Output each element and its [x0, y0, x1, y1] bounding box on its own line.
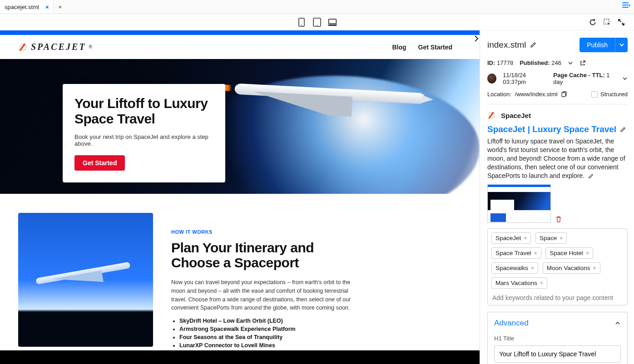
hero-section: Your Liftoff to Luxury Space Travel Book…	[0, 59, 480, 194]
divider	[487, 104, 628, 104]
selection-icon[interactable]	[603, 18, 611, 26]
tag: Space Travel×	[491, 247, 541, 259]
section-body: Now you can travel beyond your expectati…	[171, 278, 362, 312]
close-icon[interactable]: ×	[45, 4, 49, 10]
tag: Space Hotel×	[545, 247, 593, 259]
remove-tag-icon[interactable]: ×	[524, 235, 527, 241]
nav-blog[interactable]: Blog	[392, 44, 406, 51]
h1-input[interactable]	[494, 345, 621, 363]
tab-bar: spacejet.stml × ×	[0, 0, 634, 14]
cache-label: Page Cache - TTL:	[553, 72, 604, 79]
section-heading: Plan Your Itinerary and Choose a Spacepo…	[171, 240, 362, 270]
tag: Spacewalks×	[491, 262, 538, 274]
hero-card: Your Liftoff to Luxury Space Travel Book…	[63, 84, 225, 182]
timestamp: 11/18/24 03:37pm	[503, 72, 547, 85]
published-label: Published:	[520, 59, 550, 66]
svg-rect-8	[562, 93, 565, 97]
list-item: SkyDrift Hotel – Low Earth Orbit (LEO)	[179, 318, 362, 324]
logo-icon	[18, 42, 28, 52]
publish-button[interactable]: Publish	[580, 38, 628, 52]
brand-strip	[0, 30, 480, 35]
hero-cta-button[interactable]: Get Started	[74, 155, 125, 171]
chevron-down-icon[interactable]	[615, 38, 628, 52]
h1-label: H1 Title	[494, 335, 621, 342]
seo-description: Liftoff to luxury space travel on SpaceJ…	[487, 138, 625, 179]
site-logo[interactable]: SPACEJET®	[18, 42, 92, 52]
brand-icon	[487, 111, 496, 120]
brand-name: SpaceJet	[501, 112, 531, 119]
remove-tag-icon[interactable]: ×	[531, 265, 534, 271]
seo-title: SpaceJet | Luxury Space Travel	[487, 124, 616, 134]
section-eyebrow: HOW IT WORKS	[171, 229, 362, 235]
tab-label: spacejet.stml	[5, 4, 39, 10]
menu-icon[interactable]	[622, 2, 630, 8]
refresh-icon[interactable]	[589, 18, 597, 26]
hero-title: Your Liftoff to Luxury Space Travel	[74, 96, 213, 126]
list-item: LunarXP Connector to Lovell Mines	[179, 342, 362, 349]
remove-tag-icon[interactable]: ×	[586, 250, 589, 256]
tab-spacejet[interactable]: spacejet.stml ×	[0, 0, 54, 14]
advanced-toggle[interactable]: Advanced	[494, 319, 621, 328]
chevron-down-icon[interactable]	[622, 76, 628, 81]
chevron-down-icon[interactable]	[568, 60, 573, 66]
location-label: Location:	[487, 91, 511, 98]
id-label: ID:	[487, 59, 495, 66]
chevron-right-icon[interactable]	[480, 35, 480, 42]
hero-subtitle: Book your next trip on SpaceJet and expl…	[74, 133, 213, 147]
tags-field[interactable]: SpaceJet× Space× Space Travel× Space Hot…	[487, 228, 628, 305]
list-item: Armstrong Spacewalk Experience Platform	[179, 326, 362, 332]
tag: Mars Vacations×	[491, 277, 547, 289]
location-value: /www/index.stml	[515, 91, 558, 98]
panel-filename: index.stml	[487, 40, 536, 50]
site-nav: Blog Get Started	[392, 44, 452, 51]
remove-tag-icon[interactable]: ×	[560, 235, 563, 241]
copy-icon[interactable]	[561, 91, 567, 97]
logo-text: SPACEJET	[31, 42, 86, 52]
section-illustration	[18, 213, 153, 347]
id-value: 17778	[497, 59, 513, 66]
tag: SpaceJet×	[491, 232, 531, 244]
tag: Space×	[535, 232, 567, 244]
remove-tag-icon[interactable]: ×	[534, 250, 537, 256]
tablet-icon[interactable]	[312, 18, 322, 27]
expand-icon[interactable]	[618, 19, 625, 26]
advanced-section: Advanced H1 Title Page Description	[487, 312, 628, 364]
page-thumbnail[interactable]	[487, 184, 551, 223]
svg-rect-4	[329, 19, 337, 24]
structured-label: Structured	[600, 91, 628, 98]
edit-icon[interactable]	[588, 173, 594, 179]
external-link-icon[interactable]	[580, 60, 586, 66]
trash-icon[interactable]	[555, 216, 562, 223]
remove-tag-icon[interactable]: ×	[540, 280, 543, 286]
svg-point-1	[301, 25, 302, 25]
nav-get-started[interactable]: Get Started	[418, 44, 452, 51]
published-value: 246	[551, 59, 561, 66]
edit-icon[interactable]	[620, 127, 626, 133]
avatar[interactable]	[487, 74, 496, 84]
destination-list: SkyDrift Hotel – Low Earth Orbit (LEO) A…	[171, 318, 362, 349]
edit-icon[interactable]	[530, 42, 536, 48]
add-tab-button[interactable]: ×	[54, 4, 66, 10]
tag-input[interactable]	[491, 292, 624, 303]
svg-point-3	[317, 25, 317, 25]
structured-checkbox[interactable]	[591, 91, 598, 98]
phone-icon[interactable]	[297, 18, 306, 27]
desktop-icon[interactable]	[328, 18, 337, 27]
site-header: SPACEJET® Blog Get Started	[0, 35, 480, 59]
list-item: Four Seasons at the Sea of Tranquility	[179, 334, 362, 340]
how-it-works-section: HOW IT WORKS Plan Your Itinerary and Cho…	[0, 194, 480, 350]
properties-panel: index.stml Publish ID: 17778 Published: …	[480, 30, 634, 364]
remove-tag-icon[interactable]: ×	[593, 265, 596, 271]
site-preview: SPACEJET® Blog Get Started Your Liftoff …	[0, 30, 480, 364]
chevron-up-icon	[614, 320, 621, 326]
preview-toolbar	[0, 14, 634, 30]
tag: Moon Vacations×	[543, 262, 600, 274]
